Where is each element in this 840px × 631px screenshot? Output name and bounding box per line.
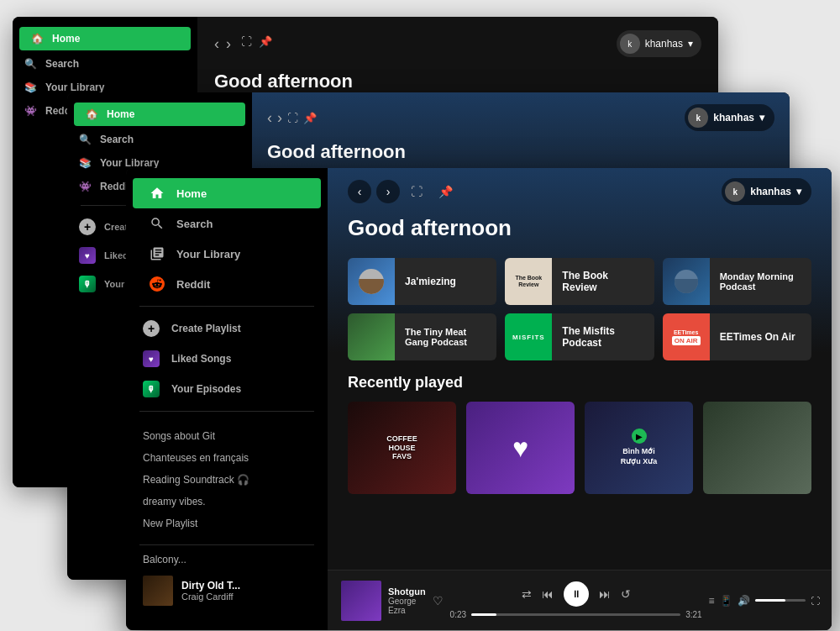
player-track-info: Shotgun George Ezra (388, 586, 426, 615)
next-button[interactable]: ⏭ (599, 587, 611, 601)
binhmoi-text: Bình MớiRượu Xưa (621, 447, 658, 466)
card-thumb-eet-l3: EETimes ON AIR (663, 313, 710, 360)
card-label-tiny-l3: The Tiny Meat Gang Podcast (395, 327, 496, 347)
chevron-icon-l1: ▾ (688, 38, 693, 50)
time-total: 3:21 (685, 610, 701, 619)
track-artist-dirty: Craig Cardiff (181, 592, 240, 602)
shuffle-button[interactable]: ⇄ (522, 587, 532, 601)
home-icon-l3 (150, 186, 165, 201)
playlist-dreamy[interactable]: dreamy vibes. (126, 491, 328, 513)
mic-icon-l2: 🎙 (79, 276, 96, 292)
chevron-icon-l2: ▾ (759, 112, 764, 124)
card-tinymeat-l3[interactable]: The Tiny Meat Gang Podcast (348, 313, 496, 360)
sidebar-search-l3[interactable]: Search (133, 208, 321, 239)
volume-button[interactable]: 🔊 (738, 595, 750, 607)
sidebar-search-l1[interactable]: 🔍 Search (13, 52, 197, 76)
progress-track[interactable] (471, 613, 680, 616)
card-label-eet-l3: EETimes On Air (710, 331, 806, 343)
track-thumb-dirty (143, 576, 173, 606)
heart-icon-l2: ♥ (79, 247, 96, 264)
avatar-l3: k (725, 181, 745, 202)
pin-icon-l2[interactable]: 📌 (303, 112, 317, 124)
user-badge-l2[interactable]: k khanhas ▾ (685, 104, 774, 131)
card-thumb-mon-l3 (663, 258, 710, 305)
card-thumb-jam-l3 (348, 258, 395, 305)
fullscreen-button[interactable]: ⛶ (811, 596, 820, 606)
expand-icon-l1[interactable]: ⛶ (241, 35, 252, 53)
card-misfits-l3[interactable]: MISFITS The Misfits Podcast (505, 313, 654, 360)
time-current: 0:23 (450, 610, 466, 619)
player-progress-bar[interactable]: 0:23 3:21 (450, 610, 702, 619)
main-content-l3: ‹ › ⛶ 📌 k khanhas ▾ Good afternoon (328, 168, 832, 630)
playlist-chanteuses[interactable]: Chanteuses en français (126, 447, 328, 469)
sidebar-episodes-l3[interactable]: 🎙 Your Episodes (133, 374, 321, 404)
forward-button-l3[interactable]: › (376, 180, 400, 203)
expand-button-l3[interactable]: ⛶ (405, 180, 428, 203)
sidebar-liked-l3[interactable]: ♥ Liked Songs (133, 344, 321, 374)
recent-cover-binh: ▶ Bình MớiRượu Xưa (585, 402, 693, 494)
sidebar-search-l2[interactable]: 🔍 Search (67, 128, 252, 151)
user-badge-l3[interactable]: k khanhas ▾ (722, 178, 811, 205)
forward-arrow-l2[interactable]: › (277, 109, 282, 127)
track-title-dirty: Dirty Old T... (181, 580, 240, 592)
sidebar-divider-l3 (139, 306, 314, 307)
recent-coffeehouse[interactable]: COFFEEHOUSEFAVS (348, 402, 456, 494)
card-jamiezing-l3[interactable]: Ja'miezing (348, 258, 496, 305)
queue-button[interactable]: ≡ (709, 595, 715, 607)
search-icon-l3 (150, 216, 165, 231)
sidebar-home-l3[interactable]: Home (133, 178, 321, 208)
back-button-l3[interactable]: ‹ (348, 180, 371, 203)
volume-bar[interactable] (755, 599, 806, 602)
back-arrow-l2[interactable]: ‹ (267, 109, 272, 127)
track-card-dirty[interactable]: Dirty Old T... Craig Cardiff (126, 571, 328, 611)
pin-button-l3[interactable]: 📌 (433, 180, 457, 203)
player-track-title: Shotgun (388, 586, 426, 597)
card-bookreview-l3[interactable]: The BookReview The Book Review (505, 258, 654, 305)
recent-binhmoi[interactable]: ▶ Bình MớiRượu Xưa (585, 402, 693, 494)
chevron-down-icon-l3: ▾ (796, 186, 801, 197)
header-l1: ‹ › ⛶ 📌 k khanhas ▾ (214, 30, 701, 57)
library-icon-l2: 📚 (79, 157, 92, 169)
previous-button[interactable]: ⏮ (542, 587, 554, 601)
playlist-new[interactable]: New Playlist (126, 513, 328, 534)
add-playlist-icon-l3: + (143, 320, 160, 337)
card-label-misfits-l3: The Misfits Podcast (552, 325, 654, 349)
library-icon-l1: 📚 (24, 82, 37, 93)
recently-played-row: COFFEEHOUSEFAVS ♥ ▶ Bình MớiRượu Xưa (348, 402, 811, 494)
player-track-artist: George Ezra (388, 597, 426, 615)
sidebar-create-l3[interactable]: + Create Playlist (133, 313, 321, 344)
back-arrow-l1[interactable]: ‹ (214, 35, 219, 53)
playlist-git[interactable]: Songs about Git (126, 425, 328, 447)
recent-forest[interactable] (703, 402, 811, 494)
player-right: ≡ 📱 🔊 ⛶ (709, 595, 820, 607)
scroll-content-l3[interactable]: Good afternoon Ja'miezing The BookReview… (328, 215, 832, 570)
play-pause-button[interactable]: ⏸ (564, 581, 589, 607)
playlist-balcony[interactable]: Balcony... (126, 549, 328, 571)
playlist-section-l3: Songs about Git Chanteuses en français R… (126, 418, 328, 541)
card-thumb-tiny-l3 (348, 313, 395, 360)
sidebar-divider3-l3 (139, 544, 314, 545)
repeat-button[interactable]: ↺ (621, 587, 631, 601)
forward-arrow-l1[interactable]: › (226, 35, 231, 53)
card-monday-l3[interactable]: Monday Morning Podcast (663, 258, 811, 305)
playlist-reading[interactable]: Reading Soundtrack 🎧 (126, 469, 328, 491)
sidebar-reddit-l3[interactable]: Reddit (133, 269, 321, 299)
device-button[interactable]: 📱 (720, 595, 732, 607)
player-controls: ⇄ ⏮ ⏸ ⏭ ↺ (522, 581, 631, 607)
expand-icon-l2[interactable]: ⛶ (287, 112, 298, 124)
sidebar-home-l1[interactable]: 🏠 Home (19, 27, 191, 50)
header-l3: ‹ › ⛶ 📌 k khanhas ▾ (328, 168, 832, 215)
progress-fill (471, 613, 496, 616)
user-badge-l1[interactable]: k khanhas ▾ (617, 30, 701, 57)
player-like-button[interactable]: ♡ (433, 594, 444, 607)
library-icon-l3 (150, 246, 165, 261)
recent-liked[interactable]: ♥ (466, 402, 575, 494)
card-label-mon-l3: Monday Morning Podcast (710, 271, 811, 292)
sidebar-library-l3[interactable]: Your Library (133, 239, 321, 269)
player-album-art (341, 581, 381, 621)
home-icon-l2: 🏠 (86, 108, 98, 120)
sidebar-home-l2[interactable]: 🏠 Home (74, 103, 245, 126)
pin-icon-l1[interactable]: 📌 (259, 35, 272, 53)
featured-cards-grid: Ja'miezing The BookReview The Book Revie… (348, 258, 811, 360)
card-eetimes-l3[interactable]: EETimes ON AIR EETimes On Air (663, 313, 811, 360)
